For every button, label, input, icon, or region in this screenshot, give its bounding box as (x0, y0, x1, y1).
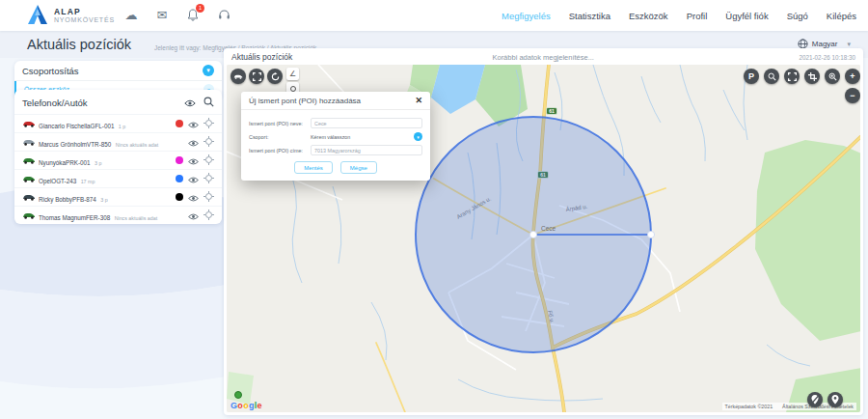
car-icon (22, 121, 37, 127)
poi-label: Cece (541, 225, 556, 232)
device-status: 1 p (119, 124, 125, 129)
device-name: NyunyókaPRK-001 (39, 159, 91, 166)
device-status: 3 p (100, 197, 107, 203)
devices-card: Telefonok/Autók Giancarlo FischellaGFL-0… (14, 90, 222, 224)
device-status: 17 mp (81, 179, 95, 184)
svg-text:61: 61 (549, 108, 555, 114)
device-name: Giancarlo FischellaGFL-001 (39, 123, 114, 129)
zoom-in-button[interactable]: + (845, 69, 860, 84)
show-markers-button[interactable] (827, 392, 843, 407)
car-icon (22, 194, 37, 201)
car-icon (22, 139, 37, 146)
poi-name-input[interactable] (311, 118, 422, 128)
vehicle-view-button[interactable] (231, 69, 246, 84)
nav-statisztika[interactable]: Statisztika (569, 11, 610, 21)
fullscreen-button[interactable] (784, 69, 800, 84)
device-color-dot (176, 156, 183, 164)
search-map-button[interactable] (764, 69, 779, 84)
device-color-dot (176, 175, 183, 182)
visibility-eye-icon[interactable] (188, 207, 199, 224)
brand-logo[interactable]: ALAP NYOMKÖVETÉS (27, 4, 115, 26)
device-marker[interactable] (235, 392, 242, 399)
brand-subtitle: NYOMKÖVETÉS (54, 16, 115, 23)
device-row-prk001[interactable]: NyunyókaPRK-001 3 p (14, 151, 222, 169)
chevron-down-icon: ▾ (847, 41, 851, 48)
page-title: Aktuális pozíciók (27, 37, 131, 52)
visibility-eye-icon[interactable] (188, 133, 199, 151)
grouping-collapse-button[interactable]: ▾ (203, 65, 214, 76)
grouping-title: Csoportosítás (22, 66, 79, 76)
visibility-eye-icon[interactable] (188, 152, 199, 169)
nav-kilepes[interactable]: Kilépés (827, 11, 856, 21)
hide-markers-button[interactable] (807, 392, 823, 407)
device-row-vtr850[interactable]: Marcus GrönholmVTR-850 Nincs aktuális ad… (14, 132, 222, 151)
device-status: 3 p (95, 160, 101, 166)
device-status: Nincs aktuális adat (116, 142, 158, 148)
poi-address-label: Ismert pont (POI) címe: (249, 148, 311, 154)
poi-button[interactable]: P (744, 69, 759, 84)
locate-crosshair-icon[interactable] (203, 115, 214, 132)
car-icon (22, 212, 37, 219)
search-icon[interactable] (203, 94, 214, 111)
visibility-eye-icon[interactable] (188, 115, 199, 132)
zoom-area-button[interactable] (825, 69, 840, 84)
language-label: Magyar (812, 40, 838, 48)
google-logo: Google (231, 401, 262, 410)
device-row-ogt243[interactable]: OpelOGT-243 17 mp (14, 169, 222, 187)
map-panel-title: Aktuális pozíciók (231, 52, 292, 62)
locate-crosshair-icon[interactable] (203, 188, 214, 206)
fit-bounds-button[interactable] (249, 69, 264, 84)
toggle-all-visibility-eye-icon[interactable] (184, 94, 196, 111)
device-row-fer308[interactable]: Thomas MagnumFER-308 Nincs aktuális adat (14, 206, 222, 224)
device-row-gfl001[interactable]: Giancarlo FischellaGFL-001 1 p (14, 114, 222, 132)
locate-crosshair-icon[interactable] (203, 207, 214, 224)
device-name: Ricky BobbyPFB-874 (39, 196, 96, 203)
mail-icon[interactable]: ✉ (154, 7, 170, 22)
geofence-center-handle[interactable] (529, 231, 536, 237)
locate-crosshair-icon[interactable] (203, 133, 214, 151)
poi-group-value: Kérem válasszon (311, 134, 414, 140)
attribution-copyright: Térképadatok ©2021 (725, 404, 773, 409)
route-shield: 61 (547, 108, 557, 115)
save-button[interactable]: Mentés (294, 161, 333, 174)
header-icon-group: ☁ ✉ 1 (123, 7, 231, 22)
poi-group-select[interactable]: Kérem válasszon ▾ (311, 132, 422, 141)
nav-ugyfel-fiok[interactable]: Ügyfél fiók (725, 11, 768, 21)
group-dropdown-icon[interactable]: ▾ (414, 132, 422, 141)
nav-eszkozok[interactable]: Eszközök (629, 11, 668, 21)
nav-sugo[interactable]: Súgó (787, 11, 808, 21)
add-poi-modal: Új ismert pont (POI) hozzáadása ✕ Ismert… (241, 92, 430, 181)
notifications-bell-icon[interactable]: 1 (185, 7, 201, 22)
support-headset-icon[interactable] (216, 7, 231, 22)
poi-name-label: Ismert pont (POI) neve: (249, 121, 311, 126)
nav-profil[interactable]: Profil (687, 11, 708, 21)
car-icon (22, 176, 37, 182)
nav-megfigyeles[interactable]: Megfigyelés (502, 11, 551, 21)
cancel-button[interactable]: Mégse (340, 161, 377, 174)
visibility-eye-icon[interactable] (188, 188, 199, 206)
history-link[interactable]: Korábbi adatok megjelenítése... (492, 53, 593, 62)
circle-tool-icon (290, 86, 296, 92)
refresh-button[interactable] (267, 69, 283, 84)
modal-title: Új ismert pont (POI) hozzáadása (249, 97, 361, 105)
notification-badge: 1 (196, 4, 204, 13)
locate-crosshair-icon[interactable] (203, 152, 214, 169)
geofence-radius-handle[interactable] (647, 231, 654, 237)
device-row-pfb874[interactable]: Ricky BobbyPFB-874 3 p (14, 187, 222, 206)
poi-group-label: Csoport: (249, 134, 311, 140)
brand-name: ALAP (54, 7, 115, 16)
device-name: Thomas MagnumFER-308 (39, 214, 110, 221)
cloud-icon[interactable]: ☁ (123, 7, 139, 22)
device-color-dot (176, 120, 183, 127)
close-icon[interactable]: ✕ (415, 97, 422, 105)
main-nav: Megfigyelés Statisztika Eszközök Profil … (502, 0, 856, 31)
poi-address-input[interactable] (311, 145, 422, 155)
devices-title: Telefonok/Autók (22, 98, 176, 108)
area-select-button[interactable] (804, 69, 820, 84)
measure-angle-tool-button[interactable]: ∠ (286, 68, 299, 80)
zoom-out-button[interactable]: − (845, 88, 860, 103)
device-name: Marcus GrönholmVTR-850 (39, 141, 111, 148)
device-name: OpelOGT-243 (39, 178, 76, 184)
visibility-eye-icon[interactable] (188, 170, 199, 187)
locate-crosshair-icon[interactable] (203, 170, 214, 187)
